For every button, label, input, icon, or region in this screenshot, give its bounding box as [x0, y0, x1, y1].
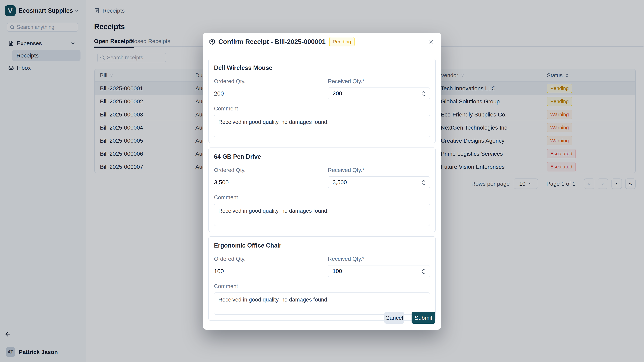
- comment-textarea[interactable]: Received in good quality, no damages fou…: [214, 293, 430, 315]
- received-qty-label: Received Qty.*: [328, 256, 430, 262]
- dialog-header: Confirm Receipt - Bill-2025-000001 Pendi…: [203, 33, 441, 51]
- ordered-qty-value: 3,500: [214, 176, 328, 188]
- comment-label: Comment: [214, 105, 430, 112]
- line-item-card: Ergonomic Office Chair Ordered Qty. 100 …: [208, 236, 436, 321]
- item-name: 64 GB Pen Drive: [214, 153, 430, 160]
- package-icon: [209, 38, 215, 45]
- comment-textarea[interactable]: Received in good quality, no damages fou…: [214, 204, 430, 226]
- comment-label: Comment: [214, 194, 430, 201]
- submit-button[interactable]: Submit: [412, 312, 435, 324]
- dialog-body: Dell Wireless Mouse Ordered Qty. 200 Rec…: [203, 51, 441, 325]
- close-button[interactable]: [428, 38, 435, 45]
- ordered-qty-value: 200: [214, 87, 328, 99]
- stepper-icon[interactable]: [421, 179, 426, 186]
- line-item-card: 64 GB Pen Drive Ordered Qty. 3,500 Recei…: [208, 147, 436, 232]
- received-qty-field[interactable]: [328, 88, 430, 99]
- item-name: Dell Wireless Mouse: [214, 64, 430, 71]
- stepper-icon[interactable]: [421, 90, 426, 97]
- ordered-qty-label: Ordered Qty.: [214, 78, 328, 84]
- stepper-icon[interactable]: [421, 268, 426, 275]
- cancel-button[interactable]: Cancel: [384, 312, 404, 324]
- line-item-card: Dell Wireless Mouse Ordered Qty. 200 Rec…: [208, 59, 436, 143]
- comment-textarea[interactable]: Received in good quality, no damages fou…: [214, 115, 430, 137]
- item-name: Ergonomic Office Chair: [214, 242, 430, 249]
- ordered-qty-value: 100: [214, 265, 328, 277]
- received-qty-label: Received Qty.*: [328, 167, 430, 173]
- dialog-footer: Cancel Submit: [384, 312, 435, 324]
- status-badge: Pending: [329, 37, 354, 46]
- received-qty-input[interactable]: [328, 265, 430, 277]
- received-qty-field[interactable]: [328, 177, 430, 188]
- dialog-title: Confirm Receipt - Bill-2025-000001: [218, 38, 326, 45]
- received-qty-field[interactable]: [328, 266, 430, 277]
- ordered-qty-label: Ordered Qty.: [214, 256, 328, 262]
- received-qty-input[interactable]: [328, 176, 430, 188]
- confirm-receipt-dialog: Confirm Receipt - Bill-2025-000001 Pendi…: [203, 33, 441, 330]
- received-qty-input[interactable]: [328, 87, 430, 99]
- close-icon: [428, 39, 434, 45]
- received-qty-label: Received Qty.*: [328, 78, 430, 84]
- comment-label: Comment: [214, 283, 430, 290]
- ordered-qty-label: Ordered Qty.: [214, 167, 328, 173]
